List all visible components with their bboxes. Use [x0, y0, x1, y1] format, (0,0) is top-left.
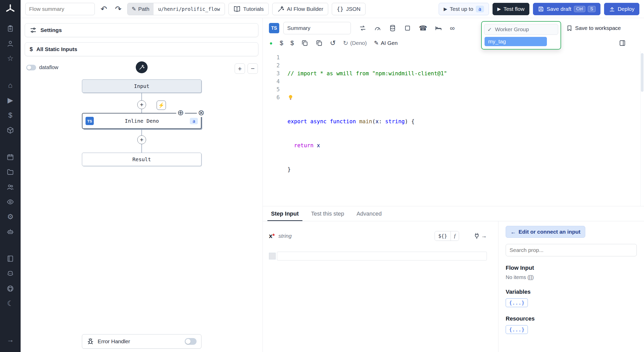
undo-icon[interactable]: ↶ [98, 4, 109, 14]
path-group[interactable]: ✎ Path u/henri/prolific_flow [127, 3, 225, 15]
add-resource-icon[interactable]: $ [290, 40, 294, 46]
library-panel-icon[interactable] [619, 39, 626, 47]
search-prop-input[interactable] [506, 244, 637, 256]
expr-mode-button[interactable]: ${} [435, 231, 451, 241]
zoom-controls: + − [235, 63, 258, 74]
editor-scrollbar[interactable] [640, 51, 644, 206]
expand-sidebar-icon[interactable]: → [4, 334, 16, 346]
step-id-badge: a [190, 118, 198, 124]
workers-robot-icon[interactable] [4, 226, 16, 238]
flow-settings-row[interactable]: Settings [25, 23, 258, 37]
tab-step-input[interactable]: Step Input [265, 206, 304, 221]
variables-expander-chip[interactable]: {...} [506, 298, 528, 307]
save-draft-button[interactable]: Save draft Ctrl S [533, 3, 600, 15]
copy-icon[interactable] [301, 39, 308, 47]
inline-deno-label: Inline Deno [94, 118, 190, 124]
mock-infinity-icon[interactable]: ∞ [450, 25, 455, 31]
add-variable-icon[interactable]: $ [280, 40, 283, 46]
suspend-square-icon[interactable] [404, 24, 411, 32]
discord-icon[interactable] [4, 268, 16, 280]
scrollbar-thumb[interactable] [641, 53, 643, 92]
resources-expander-chip[interactable]: {...} [506, 325, 528, 334]
deploy-upload-icon [609, 6, 615, 12]
typescript-badge: TS [86, 117, 94, 125]
settings-gear-icon[interactable]: ⚙ [4, 211, 16, 223]
move-step-icon[interactable]: ⊕ [176, 108, 185, 117]
zoom-in-button[interactable]: + [235, 63, 245, 74]
history-icon[interactable]: ↺ [330, 40, 336, 47]
path-value: u/henri/prolific_flow [154, 6, 225, 12]
add-step-button[interactable]: + [137, 135, 146, 144]
deploy-button[interactable]: Deploy [604, 3, 639, 15]
all-static-inputs-label: All Static Inputs [36, 46, 77, 52]
groups-users-icon[interactable] [4, 181, 16, 193]
test-flow-button[interactable]: ▶ Test flow [493, 3, 530, 15]
code-token: string [385, 118, 405, 125]
variables-dollar-icon[interactable]: $ [4, 109, 16, 121]
cache-database-icon[interactable] [389, 24, 396, 32]
function-mode-button[interactable]: f [451, 231, 459, 241]
runs-icon[interactable] [4, 23, 16, 35]
favorites-star-icon[interactable]: ☆ [4, 53, 16, 64]
audit-eye-icon[interactable] [4, 196, 16, 208]
ai-gen-button[interactable]: ✎ AI Gen [374, 40, 398, 46]
line-number: 1 [263, 54, 280, 62]
json-label: JSON [346, 6, 361, 12]
connect-input-plug-button[interactable]: → [473, 232, 487, 240]
sleep-bed-icon[interactable] [435, 24, 442, 32]
early-stop-gauge-icon[interactable] [374, 24, 381, 32]
home-icon[interactable]: ⌂ [4, 79, 16, 91]
tutorials-button[interactable]: Tutorials [228, 3, 269, 15]
resources-cube-icon[interactable] [4, 124, 16, 136]
delete-step-icon[interactable]: ⊗ [197, 108, 206, 117]
plug-icon [473, 232, 481, 240]
tab-test-this-step[interactable]: Test this step [306, 206, 350, 221]
code-content[interactable]: // import * as wmill from "npm:windmill-… [280, 54, 644, 206]
add-step-button[interactable]: + [137, 100, 146, 109]
paste-clipboard-icon[interactable] [316, 39, 323, 47]
test-up-to-button[interactable]: ▶ Test up to a [439, 3, 489, 15]
dark-mode-moon-icon[interactable]: ☾ [4, 298, 16, 309]
schedules-calendar-icon[interactable] [4, 151, 16, 163]
line-number: 5 [263, 86, 280, 94]
flow-summary-input[interactable] [25, 3, 95, 15]
line-number: 4 [263, 78, 280, 86]
dataflow-toggle[interactable] [26, 65, 36, 70]
flow-node-result[interactable]: Result [82, 153, 201, 166]
zoom-out-button[interactable]: − [248, 63, 258, 74]
json-button[interactable]: {} JSON [332, 3, 366, 15]
ai-assistant-wand-button[interactable] [136, 61, 148, 73]
error-handler-label: Error Handler [98, 338, 130, 345]
path-pill[interactable]: ✎ Path [128, 3, 154, 15]
code-token: : [379, 118, 385, 125]
edit-or-connect-button[interactable]: ← Edit or connect an input [506, 226, 585, 238]
phone-icon[interactable]: ☎ [419, 25, 427, 31]
quickfix-lightbulb-icon[interactable] [287, 94, 294, 100]
docs-book-icon[interactable] [4, 253, 16, 265]
folders-icon[interactable] [4, 166, 16, 178]
redo-icon[interactable]: ↷ [113, 4, 124, 14]
step-summary-input[interactable] [283, 22, 351, 34]
all-static-inputs-row[interactable]: $ All Static Inputs [25, 42, 258, 56]
flow-node-input[interactable]: Input [82, 79, 201, 93]
field-x-value-input[interactable] [277, 252, 487, 260]
save-to-workspace-button[interactable]: Save to workspace [566, 25, 621, 31]
runs-play-icon[interactable]: ▶ [4, 94, 16, 106]
worker-group-header[interactable]: ✓ Worker Group [484, 24, 558, 35]
connect-input-panel: ← Edit or connect an input Flow Input No… [498, 221, 644, 352]
add-trigger-bolt-button[interactable]: ⚡ [157, 101, 166, 110]
retry-swap-icon[interactable] [359, 24, 366, 32]
dropdown-option-my-tag[interactable]: my_tag [485, 37, 547, 46]
bug-icon [87, 338, 94, 345]
typescript-badge: TS [269, 23, 279, 33]
windmill-logo-icon[interactable] [5, 4, 16, 14]
runtime-selector[interactable]: ↻ (Deno) [343, 40, 367, 46]
tab-advanced[interactable]: Advanced [351, 206, 387, 221]
ai-flow-builder-button[interactable]: AI Flow Builder [272, 3, 328, 15]
bookmark-icon [566, 25, 573, 31]
error-handler-toggle[interactable] [185, 338, 197, 345]
code-token: async [310, 118, 330, 125]
github-icon[interactable] [4, 283, 16, 294]
user-icon[interactable] [4, 38, 16, 50]
error-handler-row[interactable]: Error Handler [82, 334, 201, 349]
